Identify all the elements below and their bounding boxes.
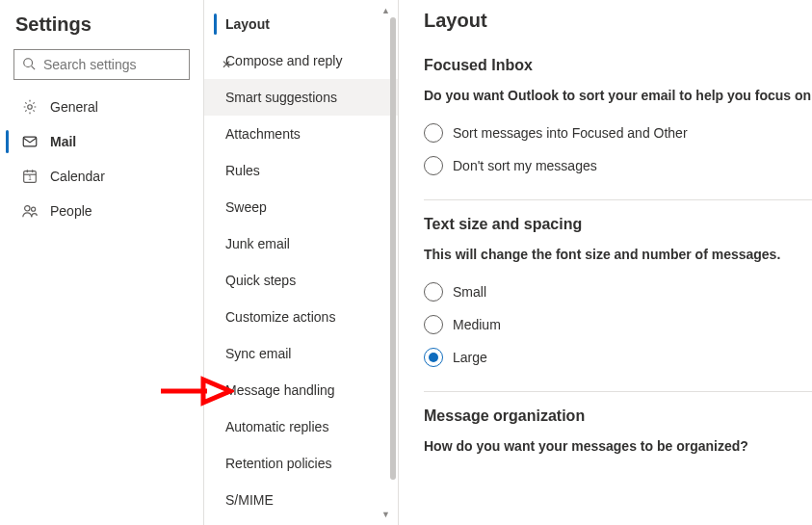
subnav-item-label: Quick steps xyxy=(225,273,296,288)
text-size-option-2[interactable]: Large xyxy=(424,341,812,374)
section-desc-focused-inbox: Do you want Outlook to sort your email t… xyxy=(424,88,812,103)
svg-point-9 xyxy=(25,206,30,211)
category-item-people[interactable]: People xyxy=(0,194,203,228)
svg-line-1 xyxy=(32,66,36,69)
section-desc-text-size: This will change the font size and numbe… xyxy=(424,247,812,262)
scroll-down-icon[interactable]: ▼ xyxy=(381,510,390,519)
subnav-item-message-handling[interactable]: Message handling xyxy=(204,372,398,408)
subnav-item-s-mime[interactable]: S/MIME xyxy=(204,482,398,518)
category-item-mail[interactable]: Mail xyxy=(0,124,203,159)
mail-icon xyxy=(21,133,39,150)
people-icon xyxy=(21,202,39,220)
text-size-option-1[interactable]: Medium xyxy=(424,308,812,341)
section-desc-message-org: How do you want your messages to be orga… xyxy=(424,438,812,454)
radio-icon xyxy=(424,123,443,143)
text-size-option-0[interactable]: Small xyxy=(424,276,812,308)
radio-label: Small xyxy=(453,284,486,300)
radio-icon xyxy=(424,156,443,175)
subnav-item-label: Attachments xyxy=(225,126,301,142)
subnav-item-label: Customize actions xyxy=(225,309,335,325)
subnav-item-label: Sweep xyxy=(225,199,267,215)
subnav-item-retention-policies[interactable]: Retention policies xyxy=(204,445,398,482)
category-item-general[interactable]: General xyxy=(0,90,203,124)
section-header-text-size: Text size and spacing xyxy=(424,216,812,233)
calendar-icon: 1 xyxy=(21,168,39,185)
settings-title: Settings xyxy=(0,10,203,49)
search-icon xyxy=(22,57,36,73)
subnav-item-quick-steps[interactable]: Quick steps xyxy=(204,262,398,299)
subnav-item-sync-email[interactable]: Sync email xyxy=(204,335,398,372)
subnav-item-layout[interactable]: Layout xyxy=(204,6,398,42)
subnav-item-label: Smart suggestions xyxy=(225,90,337,105)
svg-rect-3 xyxy=(23,137,37,146)
subnav-item-label: Message handling xyxy=(225,382,335,398)
svg-text:1: 1 xyxy=(28,174,32,181)
subnav-item-customize-actions[interactable]: Customize actions xyxy=(204,299,398,335)
radio-label: Medium xyxy=(453,317,501,332)
subnav-item-groups[interactable]: Groups xyxy=(204,518,398,525)
search-settings-field[interactable]: ✕ xyxy=(13,49,190,80)
subnav-item-label: Layout xyxy=(225,16,270,32)
subnav-item-automatic-replies[interactable]: Automatic replies xyxy=(204,408,398,445)
subnav-item-label: Rules xyxy=(225,163,260,178)
subnav-column: ▲ LayoutCompose and replySmart suggestio… xyxy=(204,0,399,525)
subnav-item-label: Junk email xyxy=(225,236,290,251)
subnav-item-smart-suggestions[interactable]: Smart suggestions xyxy=(204,79,398,116)
subnav-item-sweep[interactable]: Sweep xyxy=(204,189,398,225)
focused-inbox-radiogroup: Sort messages into Focused and OtherDon'… xyxy=(424,117,812,182)
divider xyxy=(424,199,812,200)
radio-label: Large xyxy=(453,350,487,365)
scrollbar-thumb[interactable] xyxy=(390,17,396,480)
category-label: General xyxy=(50,99,98,115)
category-label: Mail xyxy=(50,134,76,149)
section-header-focused-inbox: Focused Inbox xyxy=(424,57,812,74)
subnav-item-junk-email[interactable]: Junk email xyxy=(204,225,398,262)
subnav-item-label: Compose and reply xyxy=(225,53,342,68)
category-list: GeneralMail1CalendarPeople xyxy=(0,90,203,228)
focused-inbox-option-1[interactable]: Don't sort my messages xyxy=(424,149,812,182)
gear-icon xyxy=(21,98,39,116)
divider xyxy=(424,391,812,392)
category-label: Calendar xyxy=(50,169,105,184)
svg-point-10 xyxy=(32,207,36,211)
content-title: Layout xyxy=(424,10,812,32)
subnav-item-label: Sync email xyxy=(225,346,291,361)
settings-column: Settings ✕ GeneralMail1CalendarPeople xyxy=(0,0,204,525)
svg-point-0 xyxy=(24,58,33,66)
radio-label: Sort messages into Focused and Other xyxy=(453,125,688,141)
svg-point-2 xyxy=(28,105,33,110)
category-label: People xyxy=(50,203,92,219)
radio-icon xyxy=(424,282,443,302)
radio-icon xyxy=(424,315,443,334)
subnav-item-label: Retention policies xyxy=(225,456,332,471)
subnav-list: LayoutCompose and replySmart suggestions… xyxy=(204,6,398,525)
text-size-radiogroup: SmallMediumLarge xyxy=(424,276,812,374)
subnav-item-label: S/MIME xyxy=(225,492,274,508)
subnav-item-attachments[interactable]: Attachments xyxy=(204,116,398,152)
subnav-item-compose-and-reply[interactable]: Compose and reply xyxy=(204,42,398,79)
section-header-message-org: Message organization xyxy=(424,407,812,425)
radio-label: Don't sort my messages xyxy=(453,158,597,173)
subnav-item-rules[interactable]: Rules xyxy=(204,152,398,189)
radio-icon xyxy=(424,348,443,367)
focused-inbox-option-0[interactable]: Sort messages into Focused and Other xyxy=(424,117,812,149)
content-column: Layout Focused Inbox Do you want Outlook… xyxy=(399,0,812,525)
subnav-item-label: Automatic replies xyxy=(225,419,328,434)
category-item-calendar[interactable]: 1Calendar xyxy=(0,159,203,194)
search-input[interactable] xyxy=(41,56,214,73)
